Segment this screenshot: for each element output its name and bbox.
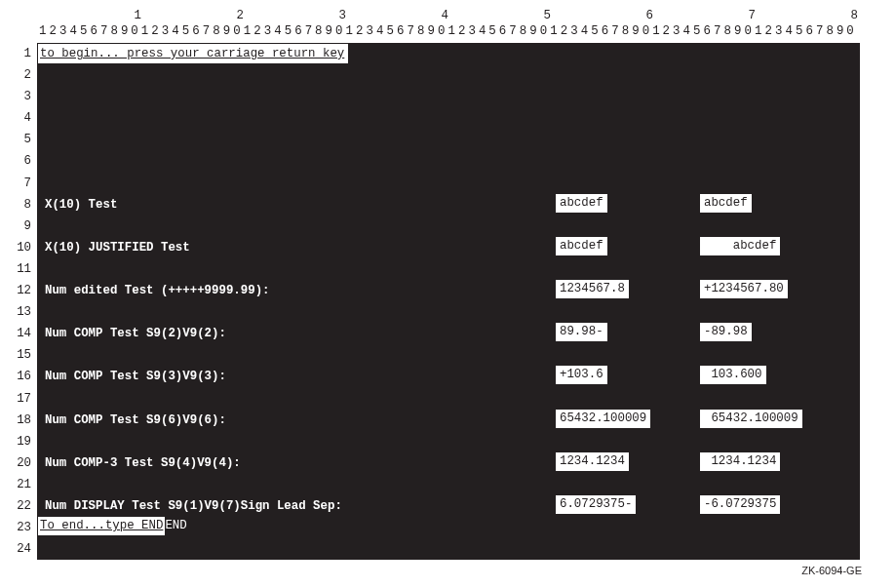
num-edited-input: 1234567.8 <box>556 280 629 298</box>
column-ruler-ones: 1234567890123456789012345678901234567890… <box>39 25 883 43</box>
num-display-s91v97-output: -6.0729375 <box>700 495 780 514</box>
line-number: 18 <box>12 410 31 431</box>
line-number: 1 <box>12 43 31 64</box>
num-comp3-s94v94-input: 1234.1234 <box>556 452 629 471</box>
screen-row-4 <box>37 107 860 129</box>
ruler-ten-6: 6 <box>551 10 653 25</box>
screen-row-24 <box>37 538 860 560</box>
screen-row-15 <box>37 344 860 366</box>
line-number: 22 <box>12 495 31 517</box>
screen-row-10: X(10) JUSTIFIED Test abcdef abcdef <box>37 237 860 258</box>
num-comp-s92v92-input: 89.98- <box>556 323 607 341</box>
line-number: 21 <box>12 474 31 495</box>
ruler-ten-1: 1 <box>39 10 141 25</box>
screen-row-14: Num COMP Test S9(2)V9(2): 89.98- -89.98 <box>37 323 860 344</box>
x10-justified-input: abcdef <box>556 237 607 255</box>
screen-row-22: Num DISPLAY Test S9(1)V9(7)Sign Lead Sep… <box>37 495 860 517</box>
x10-test-label: X(10) Test <box>45 194 117 216</box>
ruler-ten-5: 5 <box>448 10 551 25</box>
screen-row-8: X(10) Test abcdef abcdef <box>37 194 860 216</box>
num-comp-s96v96-input: 65432.100009 <box>556 410 650 428</box>
screen-row-23: To end...type ENDEND <box>37 517 860 538</box>
line-number: 11 <box>12 258 31 280</box>
screen-row-7 <box>37 173 860 194</box>
x10-justified-output: abcdef <box>700 237 780 255</box>
num-comp3-s94v94-label: Num COMP-3 Test S9(4)V9(4): <box>45 452 241 474</box>
line-number: 12 <box>12 280 31 301</box>
num-comp-s93v93-label: Num COMP Test S9(3)V9(3): <box>45 366 226 387</box>
screen-row-20: Num COMP-3 Test S9(4)V9(4): 1234.1234 12… <box>37 452 860 474</box>
screen-row-5 <box>37 129 860 150</box>
num-comp-s93v93-output: 103.600 <box>700 366 766 384</box>
screen-row-3 <box>37 86 860 107</box>
figure-label: ZK-6094-GE <box>12 566 862 576</box>
num-edited-output: +1234567.80 <box>700 280 788 298</box>
line-number: 6 <box>12 150 31 172</box>
column-ruler-tens: 1 2 3 4 5 6 7 8 <box>39 10 883 25</box>
line-number: 4 <box>12 107 31 129</box>
line-number: 8 <box>12 194 31 216</box>
num-comp-s92v92-output: -89.98 <box>700 323 752 341</box>
line-number: 17 <box>12 388 31 410</box>
line-number-gutter: 1 2 3 4 5 6 7 8 9 10 11 12 13 14 15 16 1… <box>12 43 37 560</box>
num-comp-s93v93-input: +103.6 <box>556 366 607 384</box>
line-number: 7 <box>12 173 31 194</box>
screen-row-2 <box>37 64 860 86</box>
line-number: 10 <box>12 237 31 258</box>
line-number: 24 <box>12 538 31 560</box>
end-typed-text: END <box>165 517 186 535</box>
ruler-ten-8: 8 <box>756 10 858 25</box>
x10-justified-label: X(10) JUSTIFIED Test <box>45 237 190 258</box>
screen-row-17 <box>37 388 860 410</box>
num-comp-s96v96-label: Num COMP Test S9(6)V9(6): <box>45 410 226 431</box>
num-comp-s96v96-output: 65432.100009 <box>700 410 802 428</box>
screen-row-1: to begin... press your carriage return k… <box>37 43 860 64</box>
screen-row-16: Num COMP Test S9(3)V9(3): +103.6 103.600 <box>37 366 860 387</box>
screen-row-19 <box>37 431 860 452</box>
terminal-screen: to begin... press your carriage return k… <box>37 43 860 560</box>
end-prompt: To end...type END <box>38 517 165 535</box>
ruler-ten-3: 3 <box>244 10 346 25</box>
line-number: 9 <box>12 216 31 237</box>
line-number: 16 <box>12 366 31 387</box>
num-edited-label: Num edited Test (+++++9999.99): <box>45 280 270 301</box>
line-number: 3 <box>12 86 31 107</box>
line-number: 5 <box>12 129 31 150</box>
num-display-s91v97-input: 6.0729375- <box>556 495 636 514</box>
x10-test-input: abcdef <box>556 194 607 213</box>
screen-row-13 <box>37 301 860 323</box>
screen-row-9 <box>37 216 860 237</box>
screen-row-6 <box>37 150 860 172</box>
line-number: 13 <box>12 301 31 323</box>
line-number: 20 <box>12 452 31 474</box>
line-number: 15 <box>12 344 31 366</box>
screen-row-18: Num COMP Test S9(6)V9(6): 65432.100009 6… <box>37 410 860 431</box>
num-comp-s92v92-label: Num COMP Test S9(2)V9(2): <box>45 323 226 344</box>
ruler-ten-2: 2 <box>141 10 244 25</box>
num-comp3-s94v94-output: 1234.1234 <box>700 452 780 471</box>
ruler-ten-4: 4 <box>346 10 448 25</box>
x10-test-output: abcdef <box>700 194 752 213</box>
line-number: 14 <box>12 323 31 344</box>
screen-row-21 <box>37 474 860 495</box>
line-number: 19 <box>12 431 31 452</box>
screen-row-11 <box>37 258 860 280</box>
num-display-s91v97-label: Num DISPLAY Test S9(1)V9(7)Sign Lead Sep… <box>45 495 342 517</box>
line-number: 23 <box>12 517 31 538</box>
screen-row-12: Num edited Test (+++++9999.99): 1234567.… <box>37 280 860 301</box>
ruler-ten-7: 7 <box>653 10 756 25</box>
line-number: 2 <box>12 64 31 86</box>
begin-prompt: to begin... press your carriage return k… <box>38 44 348 63</box>
